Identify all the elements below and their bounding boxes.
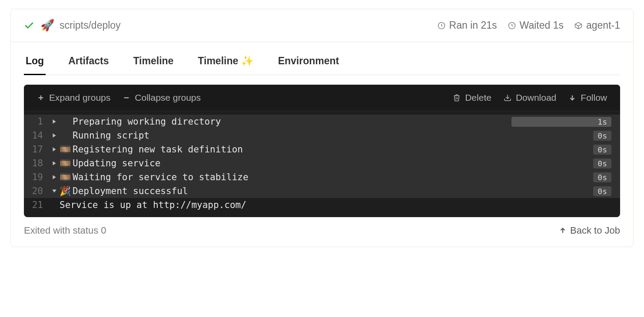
line-number: 14 <box>24 130 49 141</box>
minus-icon <box>123 94 130 102</box>
line-text: Running script <box>73 130 588 141</box>
tab-timeline[interactable]: Timeline <box>131 51 175 75</box>
job-body: Log Artifacts Timeline Timeline ✨ Enviro… <box>11 42 633 247</box>
log-group-row[interactable]: 14Running script0s <box>24 129 620 142</box>
delete-label: Delete <box>465 92 491 103</box>
svg-marker-12 <box>52 189 56 192</box>
line-text: Waiting for service to stabilize <box>73 172 588 182</box>
delete-button[interactable]: Delete <box>453 92 491 103</box>
line-duration: 0s <box>593 172 611 182</box>
caret-right-icon[interactable] <box>49 161 60 166</box>
caret-right-icon[interactable] <box>49 133 60 138</box>
job-header: 🚀 scripts/deploy Ran in 21s Waited 1s ag… <box>11 9 633 42</box>
collapse-groups-button[interactable]: Collapse groups <box>123 92 201 103</box>
trash-icon <box>453 94 461 102</box>
download-icon <box>504 94 511 102</box>
log-group-row[interactable]: 18🎞️Updating service0s <box>24 156 620 170</box>
line-text: Preparing working directory <box>73 116 506 127</box>
job-title: scripts/deploy <box>60 20 121 31</box>
line-number: 18 <box>24 158 49 168</box>
caret-down-icon[interactable] <box>49 188 60 194</box>
arrow-down-icon <box>568 94 576 102</box>
line-emoji: 🎞️ <box>60 144 73 155</box>
plus-icon <box>37 94 45 102</box>
line-text: Registering new task definition <box>73 144 588 155</box>
log-group-row[interactable]: 20🎉Deployment successful0s <box>24 184 620 198</box>
meta-ran-in: Ran in 21s <box>437 20 497 31</box>
line-duration: 0s <box>593 131 611 141</box>
line-number: 1 <box>24 116 49 127</box>
line-emoji: 🎞️ <box>60 172 73 182</box>
log-group-row[interactable]: 1Preparing working directory1s <box>24 115 620 129</box>
tab-artifacts[interactable]: Artifacts <box>66 51 110 75</box>
job-panel: 🚀 scripts/deploy Ran in 21s Waited 1s ag… <box>10 9 634 247</box>
log-toolbar: Expand groups Collapse groups Delete Dow… <box>24 85 620 111</box>
svg-marker-11 <box>53 175 56 179</box>
tab-timeline-sparkle[interactable]: Timeline ✨ <box>196 51 255 75</box>
log-box: Expand groups Collapse groups Delete Dow… <box>24 85 620 217</box>
log-lines[interactable]: 1Preparing working directory1s14Running … <box>24 111 620 217</box>
follow-label: Follow <box>581 92 607 103</box>
line-number: 17 <box>24 144 49 155</box>
expand-groups-label: Expand groups <box>49 92 110 103</box>
job-footer: Exited with status 0 Back to Job <box>24 217 620 238</box>
line-text: Updating service <box>73 158 588 168</box>
line-duration: 0s <box>593 158 611 168</box>
svg-marker-10 <box>53 161 56 165</box>
line-duration: 0s <box>593 145 611 155</box>
line-text: Service is up at http://myapp.com/ <box>60 200 611 210</box>
log-line: 21Service is up at http://myapp.com/ <box>24 198 620 212</box>
meta-waited: Waited 1s <box>508 20 564 31</box>
passed-check-icon <box>24 20 34 31</box>
line-duration: 0s <box>593 186 611 196</box>
follow-button[interactable]: Follow <box>568 92 607 103</box>
svg-marker-7 <box>53 119 56 124</box>
expand-groups-button[interactable]: Expand groups <box>37 92 110 103</box>
download-button[interactable]: Download <box>504 92 556 103</box>
clock-icon <box>508 21 516 30</box>
exit-status: Exited with status 0 <box>24 225 106 236</box>
meta-agent-text: agent-1 <box>586 20 620 31</box>
line-text: Deployment successful <box>73 186 588 196</box>
meta-waited-text: Waited 1s <box>520 20 564 31</box>
job-emoji: 🚀 <box>40 19 54 32</box>
collapse-groups-label: Collapse groups <box>135 92 201 103</box>
tab-environment[interactable]: Environment <box>276 51 341 75</box>
clock-icon <box>437 21 446 30</box>
line-number: 20 <box>24 186 49 196</box>
caret-right-icon[interactable] <box>49 147 60 152</box>
svg-marker-9 <box>53 147 56 152</box>
tab-log[interactable]: Log <box>24 51 46 75</box>
arrow-up-icon <box>559 227 567 234</box>
line-duration: 1s <box>511 117 611 127</box>
back-to-job-label: Back to Job <box>570 225 620 236</box>
box-icon <box>574 21 583 30</box>
caret-right-icon[interactable] <box>49 119 60 124</box>
log-group-row[interactable]: 17🎞️Registering new task definition0s <box>24 142 620 156</box>
meta-agent: agent-1 <box>574 20 620 31</box>
line-emoji: 🎞️ <box>60 158 73 168</box>
meta-ran-in-text: Ran in 21s <box>449 20 497 31</box>
tab-bar: Log Artifacts Timeline Timeline ✨ Enviro… <box>24 42 620 75</box>
back-to-job-link[interactable]: Back to Job <box>559 225 620 236</box>
line-number: 21 <box>24 200 49 210</box>
log-group-row[interactable]: 19🎞️Waiting for service to stabilize0s <box>24 170 620 184</box>
line-number: 19 <box>24 172 49 182</box>
svg-marker-8 <box>53 133 56 138</box>
download-label: Download <box>516 92 556 103</box>
line-emoji: 🎉 <box>60 186 73 196</box>
caret-right-icon[interactable] <box>49 175 60 180</box>
